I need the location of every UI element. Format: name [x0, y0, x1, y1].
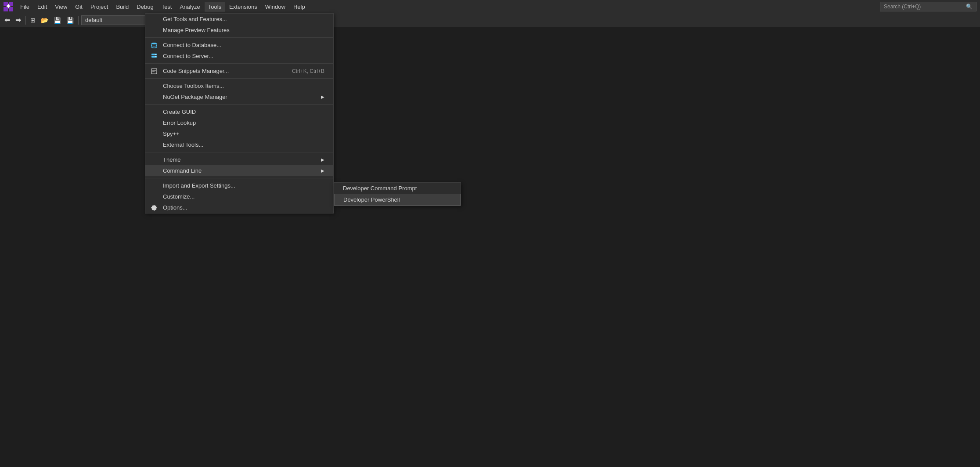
app-logo: ✦: [4, 2, 13, 11]
menu-error-lookup[interactable]: Error Lookup: [145, 117, 333, 128]
nuget-arrow-icon: ▶: [321, 94, 324, 99]
search-placeholder: Search (Ctrl+Q): [884, 4, 966, 10]
menu-item-tools[interactable]: Tools: [205, 2, 225, 12]
forward-button[interactable]: ➡: [14, 16, 23, 25]
gear-icon: [150, 204, 159, 211]
theme-label: Theme: [163, 156, 180, 163]
separator-3: [145, 78, 333, 79]
import-export-label: Import and Export Settings...: [163, 182, 235, 189]
dev-ps-label: Developer PowerShell: [343, 196, 400, 203]
tools-menu: Get Tools and Features... Manage Preview…: [145, 13, 334, 214]
menu-item-window[interactable]: Window: [262, 2, 289, 12]
menu-code-snippets[interactable]: Code Snippets Manager... Ctrl+K, Ctrl+B: [145, 65, 333, 76]
separator-2: [145, 63, 333, 64]
connect-db-label: Connect to Database...: [163, 42, 221, 48]
dev-powershell[interactable]: Developer PowerShell: [334, 194, 461, 206]
toolbar-separator-2: [78, 16, 79, 25]
separator-1: [145, 37, 333, 38]
code-snippets-label: Code Snippets Manager...: [163, 68, 229, 74]
menu-import-export[interactable]: Import and Export Settings...: [145, 180, 333, 191]
menu-nuget[interactable]: NuGet Package Manager ▶: [145, 91, 333, 102]
search-box[interactable]: Search (Ctrl+Q) 🔍: [880, 2, 976, 11]
choose-toolbox-label: Choose Toolbox Items...: [163, 83, 224, 89]
command-line-label: Command Line: [163, 167, 202, 174]
config-label: default: [85, 17, 102, 23]
menu-options[interactable]: Options...: [145, 202, 333, 213]
svg-point-5: [151, 43, 157, 44]
menu-item-git[interactable]: Git: [72, 2, 86, 12]
separator-4: [145, 104, 333, 105]
svg-point-8: [155, 54, 156, 55]
command-line-submenu: Developer Command Prompt Developer Power…: [334, 182, 461, 206]
toolbar-save-icon[interactable]: 💾: [52, 16, 63, 24]
svg-text:✦: ✦: [5, 3, 11, 10]
menu-item-view[interactable]: View: [51, 2, 71, 12]
menu-bar: ✦ File Edit View Git Project Build Debug…: [0, 0, 980, 13]
menu-customize[interactable]: Customize...: [145, 191, 333, 202]
server-icon: [150, 53, 159, 60]
manage-preview-label: Manage Preview Features: [163, 27, 230, 33]
menu-choose-toolbox[interactable]: Choose Toolbox Items...: [145, 80, 333, 91]
get-tools-label: Get Tools and Features...: [163, 16, 227, 22]
error-lookup-label: Error Lookup: [163, 119, 196, 126]
menu-item-build[interactable]: Build: [112, 2, 132, 12]
customize-label: Customize...: [163, 193, 195, 200]
menu-external-tools[interactable]: External Tools...: [145, 139, 333, 150]
menu-item-project[interactable]: Project: [87, 2, 112, 12]
separator-6: [145, 178, 333, 178]
menu-spy[interactable]: Spy++: [145, 128, 333, 139]
connect-server-label: Connect to Server...: [163, 53, 213, 59]
menu-get-tools[interactable]: Get Tools and Features...: [145, 14, 333, 25]
menu-command-line[interactable]: Command Line ▶: [145, 165, 333, 176]
database-icon: [150, 42, 159, 49]
menu-item-edit[interactable]: Edit: [34, 2, 50, 12]
svg-rect-10: [151, 69, 157, 74]
nuget-label: NuGet Package Manager: [163, 94, 227, 100]
back-button[interactable]: ⬅: [3, 16, 12, 25]
toolbar-separator-1: [25, 16, 26, 25]
menu-connect-db[interactable]: Connect to Database...: [145, 40, 333, 51]
menu-theme[interactable]: Theme ▶: [145, 154, 333, 165]
menu-item-help[interactable]: Help: [290, 2, 309, 12]
toolbar-open-icon[interactable]: 📂: [39, 16, 50, 24]
menu-connect-server[interactable]: Connect to Server...: [145, 51, 333, 62]
options-label: Options...: [163, 204, 187, 211]
command-line-arrow-icon: ▶: [321, 168, 324, 173]
create-guid-label: Create GUID: [163, 109, 196, 115]
svg-point-9: [155, 56, 156, 57]
code-snippets-shortcut: Ctrl+K, Ctrl+B: [292, 68, 324, 74]
menu-item-test[interactable]: Test: [158, 2, 176, 12]
external-tools-label: External Tools...: [163, 141, 203, 148]
theme-arrow-icon: ▶: [321, 157, 324, 162]
menu-manage-preview[interactable]: Manage Preview Features: [145, 25, 333, 36]
menu-item-debug[interactable]: Debug: [133, 2, 157, 12]
separator-5: [145, 152, 333, 152]
spy-label: Spy++: [163, 130, 180, 137]
toolbar-save-all-icon[interactable]: 💾: [65, 16, 76, 24]
menu-item-file[interactable]: File: [17, 2, 33, 12]
toolbar-copy-icon[interactable]: ⊞: [29, 16, 37, 24]
search-icon: 🔍: [966, 4, 973, 10]
menu-item-extensions[interactable]: Extensions: [226, 2, 261, 12]
dev-cmd-label: Developer Command Prompt: [343, 185, 417, 192]
menu-item-analyze[interactable]: Analyze: [176, 2, 203, 12]
snippet-icon: [150, 68, 159, 75]
menu-create-guid[interactable]: Create GUID: [145, 106, 333, 117]
dev-cmd-prompt[interactable]: Developer Command Prompt: [334, 183, 461, 194]
